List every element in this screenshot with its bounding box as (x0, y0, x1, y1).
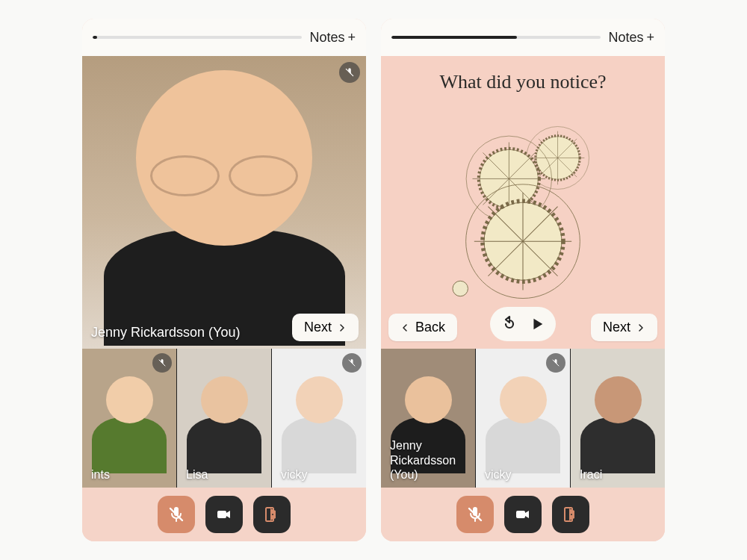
progress-fill (93, 36, 97, 39)
notes-button[interactable]: Notes + (608, 30, 654, 46)
participant-name: vicky (485, 467, 512, 482)
svg-rect-13 (516, 511, 525, 518)
mic-muted-icon (152, 353, 172, 373)
mic-muted-icon (546, 353, 565, 373)
svg-rect-1 (217, 511, 226, 518)
leave-call-button[interactable] (253, 496, 291, 533)
mic-muted-icon (339, 62, 360, 83)
thumbnail-strip: Jenny Rickardsson (You) vicky Iraci (381, 349, 665, 488)
thumbnail-tile[interactable]: vicky (272, 349, 366, 488)
participant-name: vicky (281, 467, 308, 482)
play-button[interactable] (529, 316, 545, 332)
thumbnail-tile[interactable]: Jenny Rickardsson (You) (381, 349, 475, 488)
participant-name: Jenny Rickardsson (You) (91, 325, 240, 341)
svg-point-15 (571, 514, 572, 515)
thumbnail-tile[interactable]: Iraci (571, 349, 665, 488)
participant-name: Iraci (580, 467, 602, 482)
next-button[interactable]: Next (591, 314, 657, 341)
toggle-camera-button[interactable] (504, 496, 542, 533)
progress-track[interactable] (391, 36, 601, 39)
thumbnail-tile[interactable]: vicky (476, 349, 570, 488)
participant-name: ints (91, 467, 110, 482)
call-controls (381, 488, 665, 541)
participant-name: Jenny Rickardsson (You) (390, 438, 447, 482)
thumbnail-tile[interactable]: ints (82, 349, 176, 488)
screen-content-view: Notes + What did you notice? (381, 19, 665, 541)
call-controls (82, 488, 366, 541)
thumbnail-strip: ints Lisa vicky (82, 349, 366, 488)
leave-call-button[interactable] (552, 496, 589, 533)
progress-track[interactable] (93, 36, 302, 39)
thumbnail-tile[interactable]: Lisa (177, 349, 271, 488)
toggle-mic-button[interactable] (456, 496, 494, 533)
top-bar: Notes + (82, 19, 366, 56)
notes-button[interactable]: Notes + (309, 30, 356, 46)
replay-button[interactable] (500, 315, 518, 333)
chevron-right-icon (636, 323, 645, 333)
next-label: Next (603, 320, 630, 335)
plus-icon: + (347, 30, 356, 46)
content-card: What did you notice? (381, 56, 665, 349)
main-video-tile[interactable]: Jenny Rickardsson (You) Next (82, 56, 366, 349)
next-button[interactable]: Next (292, 314, 359, 341)
mic-muted-icon (342, 353, 362, 373)
progress-fill (391, 36, 517, 39)
svg-point-11 (453, 281, 468, 296)
toggle-mic-button[interactable] (158, 496, 195, 533)
notes-label: Notes (608, 30, 643, 46)
next-label: Next (304, 320, 332, 335)
svg-point-3 (272, 514, 273, 515)
plus-icon: + (646, 30, 654, 46)
participant-name: Lisa (186, 467, 208, 482)
chevron-right-icon (338, 323, 347, 333)
avatar (82, 56, 366, 349)
notes-label: Notes (309, 30, 344, 46)
top-bar: Notes + (381, 19, 665, 56)
gears-illustration (415, 102, 631, 304)
question-heading: What did you notice? (439, 71, 606, 93)
screen-call-view: Notes + Jenny Rickardsson (You) Next (82, 19, 366, 541)
toggle-camera-button[interactable] (205, 496, 243, 533)
